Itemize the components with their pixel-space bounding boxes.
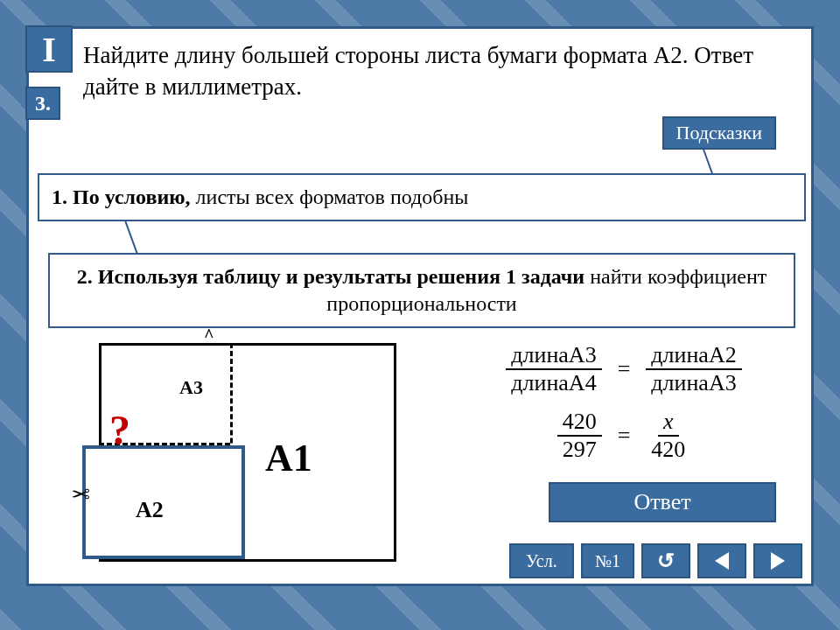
answer-button[interactable]: Ответ: [549, 482, 776, 522]
fraction: x 420: [646, 409, 690, 463]
numerator-x: x: [658, 409, 679, 437]
part-badge: I: [25, 25, 73, 73]
denominator: 297: [557, 437, 602, 463]
undo-icon: ↺: [657, 549, 675, 573]
fraction: длинаА3 длинаА4: [506, 342, 601, 396]
hints-button[interactable]: Подсказки: [662, 116, 776, 150]
a2-label: A2: [136, 497, 164, 523]
bottom-nav: Усл. №1 ↺: [29, 543, 811, 584]
task1-button[interactable]: №1: [581, 543, 634, 578]
scissors-icon: ✂: [71, 481, 90, 508]
proportion-row-2: 420 297 = x 420: [449, 409, 799, 463]
next-button[interactable]: [753, 543, 802, 578]
a1-label: A1: [265, 436, 312, 480]
task-number-badge: 3.: [25, 87, 60, 120]
equals-sign: =: [612, 423, 636, 449]
hint-1-lead: 1. По условию,: [52, 186, 191, 208]
undo-button[interactable]: ↺: [641, 543, 690, 578]
prev-button[interactable]: [697, 543, 746, 578]
hint-2-lead: 2. Используя таблицу и результаты решени…: [77, 265, 584, 288]
question-text: Найдите длину большей стороны листа бума…: [83, 39, 774, 103]
equals-sign: =: [612, 356, 636, 382]
numerator: длинаА3: [506, 342, 601, 370]
numerator: 420: [557, 409, 602, 437]
fraction: 420 297: [557, 409, 602, 463]
denominator: длинаА3: [646, 370, 741, 396]
hint-1-box: 1. По условию, листы всех форматов подоб…: [38, 173, 806, 221]
equations: длинаА3 длинаА4 = длинаА2 длинаА3 420 29…: [449, 342, 799, 475]
denominator: длинаА4: [506, 370, 601, 396]
slide-card: I 3. Найдите длину большей стороны листа…: [26, 26, 814, 586]
paper-diagram: ^ A1 A3 A2 ? ✂: [81, 331, 405, 567]
a3-label: A3: [179, 376, 203, 399]
question-mark: ?: [109, 406, 130, 454]
conditions-button[interactable]: Усл.: [509, 543, 574, 578]
fraction: длинаА2 длинаА3: [646, 342, 741, 396]
triangle-left-icon: [715, 552, 729, 570]
a2-rect: [82, 445, 245, 559]
numerator: длинаА2: [646, 342, 741, 370]
triangle-right-icon: [771, 552, 785, 570]
hint-1-rest: листы всех форматов подобны: [191, 186, 469, 208]
proportion-row-1: длинаА3 длинаА4 = длинаА2 длинаА3: [449, 342, 799, 396]
denominator: 420: [646, 437, 690, 463]
hint-2-box: 2. Используя таблицу и результаты решени…: [48, 253, 795, 328]
